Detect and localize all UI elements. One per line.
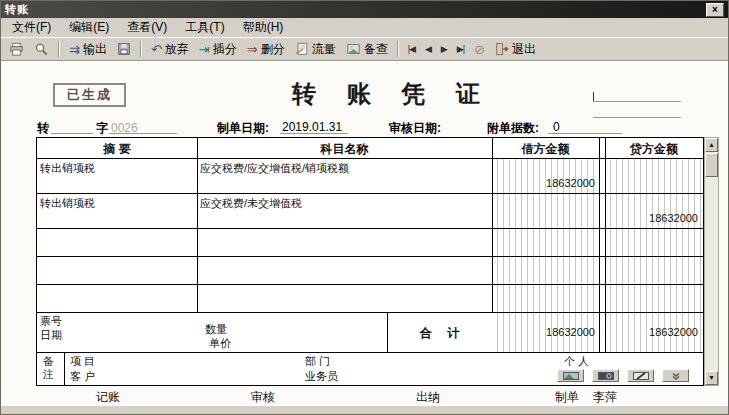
grid-line (37, 193, 703, 194)
menu-tools[interactable]: 工具(T) (176, 17, 233, 38)
voucher-number-field[interactable] (109, 133, 177, 134)
voucher-type-label: 转 (37, 120, 49, 137)
entry-summary-cell[interactable]: 转出销项税 (40, 161, 194, 176)
insert-entry-icon: ⇥ (199, 43, 210, 56)
menu-help[interactable]: 帮助(H) (234, 17, 293, 38)
entry-summary-cell[interactable]: 转出销项税 (40, 196, 194, 211)
print-button[interactable] (5, 39, 28, 59)
toolbar-separator (58, 41, 60, 57)
attach-count-value[interactable]: 0 (553, 120, 560, 134)
toolbar-separator (140, 41, 142, 57)
attach-count-field[interactable] (548, 133, 622, 134)
salesman-label[interactable]: 业务员 (305, 369, 338, 384)
project-label[interactable]: 项 目 (70, 354, 95, 369)
approve-button[interactable]: ⊘ (470, 39, 489, 59)
print-icon (9, 42, 24, 57)
footer-photo-search-button[interactable] (592, 369, 619, 382)
made-date-label: 制单日期: (217, 120, 269, 137)
voucher-word-label: 字 (96, 120, 108, 137)
person-label[interactable]: 个 人 (564, 354, 589, 369)
blank-field-1[interactable] (593, 101, 681, 102)
grid-line (37, 158, 703, 159)
cashflow-button[interactable]: 流量 (291, 39, 340, 59)
cashflow-icon (295, 42, 309, 56)
delete-entry-button[interactable]: ⇒ 删分 (243, 39, 289, 59)
footer-chevron-down-button[interactable] (662, 369, 689, 382)
column-header-debit: 借方金额 (492, 141, 599, 158)
unit-price-label: 单价 (209, 336, 231, 351)
voucher-area: 已生成 转 账 凭 证 转 字 0026 制单日期: 2019.01.31 审核… (1, 61, 728, 405)
column-header-account: 科目名称 (197, 141, 492, 158)
photo-icon (346, 42, 361, 56)
preview-button[interactable] (30, 39, 53, 59)
total-credit-value: 18632000 (605, 326, 698, 338)
footer-photo-button[interactable] (557, 369, 584, 382)
insert-entry-label: 插分 (213, 41, 237, 58)
grid-line (37, 284, 703, 285)
reference-label: 备查 (364, 41, 388, 58)
toolbar-separator (397, 41, 399, 57)
grid-line (37, 352, 703, 353)
export-button[interactable]: ⇉ 输出 (65, 39, 111, 59)
grid-line (197, 138, 198, 312)
bookkeeper-label: 记账 (96, 389, 120, 405)
total-debit-value: 18632000 (492, 326, 595, 338)
preparer-name: 李萍 (593, 389, 617, 405)
titlebar: 转账 × (1, 1, 728, 18)
made-date-value[interactable]: 2019.01.31 (282, 120, 342, 134)
next-record-icon: ▶ (441, 44, 447, 54)
pen-icon (633, 372, 649, 380)
grid-line (37, 312, 703, 313)
first-record-button[interactable]: |◀ (404, 39, 419, 59)
window-title: 转账 (5, 2, 29, 17)
column-header-summary: 摘 要 (37, 141, 197, 158)
last-record-icon: ▶| (457, 44, 464, 54)
close-button[interactable]: × (706, 3, 724, 17)
last-record-button[interactable]: ▶| (453, 39, 468, 59)
department-label[interactable]: 部 门 (305, 354, 330, 369)
chevron-down-icon (668, 372, 684, 380)
remark-label: 备注 (43, 355, 57, 381)
save-button[interactable] (113, 39, 135, 59)
app-window: 转账 × 文件(F) 编辑(E) 查看(V) 工具(T) 帮助(H) ⇉ 输出 … (0, 0, 729, 415)
exit-icon (495, 42, 509, 56)
reference-button[interactable]: 备查 (342, 39, 392, 59)
grid-line (37, 256, 703, 257)
next-record-button[interactable]: ▶ (437, 39, 451, 59)
entry-account-cell[interactable]: 应交税费/应交增值税/销项税额 (200, 161, 489, 176)
credit-column-stripes (605, 158, 703, 352)
window-frame-bottom (1, 405, 728, 414)
photo-icon (563, 372, 579, 380)
blank-field-2[interactable] (593, 117, 681, 118)
menu-view[interactable]: 查看(V) (118, 17, 176, 38)
made-date-field[interactable] (280, 133, 348, 134)
entry-account-cell[interactable]: 应交税费/未交增值税 (200, 196, 489, 211)
voucher-type-field[interactable] (51, 133, 93, 134)
toolbar: ⇉ 输出 ↶ 放弃 ⇥ 插分 ⇒ 删分 流量 备查 |◀ (1, 37, 728, 61)
discard-label: 放弃 (165, 41, 189, 58)
previous-record-icon: ◀ (425, 44, 431, 54)
first-record-icon: |◀ (408, 44, 415, 54)
customer-label[interactable]: 客 户 (70, 369, 95, 384)
discard-button[interactable]: ↶ 放弃 (147, 39, 193, 59)
scrollbar-thumb[interactable] (705, 153, 718, 177)
grid-line (37, 228, 703, 229)
vertical-scrollbar[interactable]: ▲ ▼ (704, 137, 719, 386)
entry-debit-cell[interactable]: 18632000 (492, 177, 595, 189)
footer-pen-button[interactable] (627, 369, 654, 382)
entry-credit-cell[interactable]: 18632000 (605, 212, 698, 224)
status-stamp: 已生成 (53, 83, 126, 107)
scroll-down-button[interactable]: ▼ (705, 371, 718, 385)
delete-entry-label: 删分 (261, 41, 285, 58)
previous-record-button[interactable]: ◀ (421, 39, 435, 59)
scroll-up-button[interactable]: ▲ (705, 138, 718, 152)
date-label: 日期 (40, 328, 62, 343)
insert-entry-button[interactable]: ⇥ 插分 (195, 39, 241, 59)
exit-label: 退出 (512, 41, 536, 58)
menu-file[interactable]: 文件(F) (3, 17, 60, 38)
grid-line (599, 138, 600, 352)
exit-button[interactable]: 退出 (491, 39, 540, 59)
menu-edit[interactable]: 编辑(E) (60, 17, 118, 38)
photo-search-icon (598, 372, 614, 380)
quantity-label: 数量 (205, 322, 227, 337)
